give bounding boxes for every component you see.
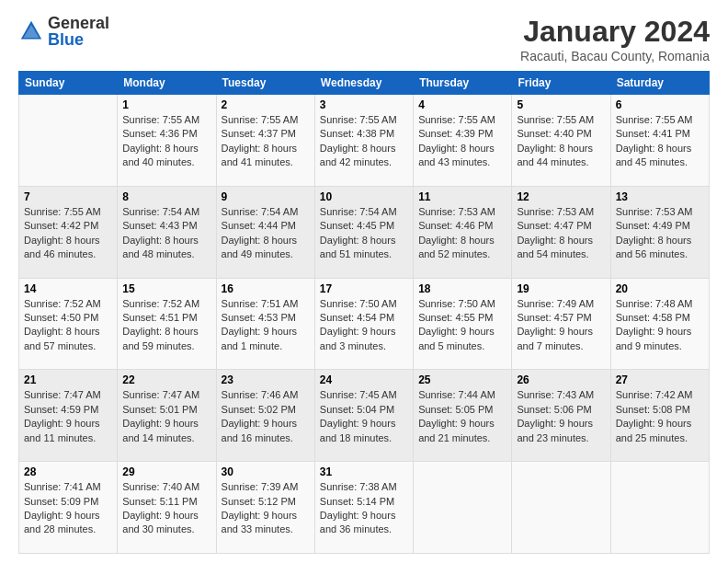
day-info: Sunrise: 7:53 AM Sunset: 4:46 PM Dayligh… (418, 205, 506, 262)
day-info: Sunrise: 7:43 AM Sunset: 5:06 PM Dayligh… (517, 388, 605, 445)
table-row: 12Sunrise: 7:53 AM Sunset: 4:47 PM Dayli… (512, 186, 610, 278)
day-number: 7 (24, 190, 112, 203)
day-number: 26 (517, 373, 605, 386)
day-number: 24 (320, 373, 408, 386)
table-row: 19Sunrise: 7:49 AM Sunset: 4:57 PM Dayli… (512, 278, 610, 370)
day-number: 23 (222, 373, 310, 386)
table-row: 1Sunrise: 7:55 AM Sunset: 4:36 PM Daylig… (118, 95, 216, 187)
day-number: 11 (418, 190, 506, 203)
col-saturday: Saturday (610, 72, 709, 95)
day-number: 27 (616, 373, 704, 386)
calendar-week-0: 1Sunrise: 7:55 AM Sunset: 4:36 PM Daylig… (19, 95, 710, 187)
day-info: Sunrise: 7:55 AM Sunset: 4:41 PM Dayligh… (616, 113, 704, 170)
day-number: 12 (517, 190, 605, 203)
table-row: 28Sunrise: 7:41 AM Sunset: 5:09 PM Dayli… (19, 462, 118, 554)
table-row: 22Sunrise: 7:47 AM Sunset: 5:01 PM Dayli… (118, 370, 216, 462)
day-number: 5 (517, 98, 605, 111)
table-row: 13Sunrise: 7:53 AM Sunset: 4:49 PM Dayli… (610, 186, 709, 278)
main-title: January 2024 (520, 15, 710, 49)
day-info: Sunrise: 7:55 AM Sunset: 4:38 PM Dayligh… (320, 113, 408, 170)
calendar-header-row: Sunday Monday Tuesday Wednesday Thursday… (19, 72, 710, 95)
table-row (414, 462, 512, 554)
table-row: 20Sunrise: 7:48 AM Sunset: 4:58 PM Dayli… (610, 278, 709, 370)
col-tuesday: Tuesday (216, 72, 314, 95)
table-row: 6Sunrise: 7:55 AM Sunset: 4:41 PM Daylig… (610, 95, 709, 187)
col-friday: Friday (512, 72, 610, 95)
table-row: 15Sunrise: 7:52 AM Sunset: 4:51 PM Dayli… (118, 278, 216, 370)
day-info: Sunrise: 7:46 AM Sunset: 5:02 PM Dayligh… (222, 388, 310, 445)
day-info: Sunrise: 7:52 AM Sunset: 4:50 PM Dayligh… (24, 297, 112, 354)
day-info: Sunrise: 7:55 AM Sunset: 4:40 PM Dayligh… (517, 113, 605, 170)
logo-text: General Blue (48, 15, 109, 48)
day-number: 16 (222, 282, 310, 295)
day-number: 4 (418, 98, 506, 111)
day-number: 9 (222, 190, 310, 203)
day-number: 6 (616, 98, 704, 111)
table-row: 9Sunrise: 7:54 AM Sunset: 4:44 PM Daylig… (216, 186, 314, 278)
table-row: 27Sunrise: 7:42 AM Sunset: 5:08 PM Dayli… (610, 370, 709, 462)
table-row: 2Sunrise: 7:55 AM Sunset: 4:37 PM Daylig… (216, 95, 314, 187)
day-info: Sunrise: 7:38 AM Sunset: 5:14 PM Dayligh… (320, 480, 408, 537)
table-row: 31Sunrise: 7:38 AM Sunset: 5:14 PM Dayli… (314, 462, 413, 554)
table-row: 3Sunrise: 7:55 AM Sunset: 4:38 PM Daylig… (314, 95, 413, 187)
day-number: 8 (122, 190, 210, 203)
day-number: 30 (222, 465, 310, 478)
day-info: Sunrise: 7:55 AM Sunset: 4:36 PM Dayligh… (122, 113, 210, 170)
table-row: 21Sunrise: 7:47 AM Sunset: 4:59 PM Dayli… (19, 370, 118, 462)
table-row: 29Sunrise: 7:40 AM Sunset: 5:11 PM Dayli… (118, 462, 216, 554)
table-row (610, 462, 709, 554)
day-number: 10 (320, 190, 408, 203)
table-row: 30Sunrise: 7:39 AM Sunset: 5:12 PM Dayli… (216, 462, 314, 554)
table-row: 8Sunrise: 7:54 AM Sunset: 4:43 PM Daylig… (118, 186, 216, 278)
table-row: 7Sunrise: 7:55 AM Sunset: 4:42 PM Daylig… (19, 186, 118, 278)
day-info: Sunrise: 7:55 AM Sunset: 4:42 PM Dayligh… (24, 205, 112, 262)
day-info: Sunrise: 7:49 AM Sunset: 4:57 PM Dayligh… (517, 297, 605, 354)
table-row: 11Sunrise: 7:53 AM Sunset: 4:46 PM Dayli… (414, 186, 512, 278)
header: General Blue January 2024 Racauti, Bacau… (18, 15, 710, 63)
day-info: Sunrise: 7:42 AM Sunset: 5:08 PM Dayligh… (616, 388, 704, 445)
col-thursday: Thursday (414, 72, 512, 95)
day-info: Sunrise: 7:45 AM Sunset: 5:04 PM Dayligh… (320, 388, 408, 445)
day-info: Sunrise: 7:47 AM Sunset: 5:01 PM Dayligh… (122, 388, 210, 445)
subtitle: Racauti, Bacau County, Romania (520, 49, 710, 63)
day-info: Sunrise: 7:53 AM Sunset: 4:49 PM Dayligh… (616, 205, 704, 262)
col-sunday: Sunday (19, 72, 118, 95)
day-number: 25 (418, 373, 506, 386)
day-number: 21 (24, 373, 112, 386)
day-info: Sunrise: 7:44 AM Sunset: 5:05 PM Dayligh… (418, 388, 506, 445)
day-number: 13 (616, 190, 704, 203)
logo: General Blue (18, 15, 109, 48)
calendar-week-2: 14Sunrise: 7:52 AM Sunset: 4:50 PM Dayli… (19, 278, 710, 370)
day-info: Sunrise: 7:54 AM Sunset: 4:43 PM Dayligh… (122, 205, 210, 262)
day-number: 31 (320, 465, 408, 478)
day-info: Sunrise: 7:50 AM Sunset: 4:55 PM Dayligh… (418, 297, 506, 354)
day-number: 3 (320, 98, 408, 111)
day-info: Sunrise: 7:54 AM Sunset: 4:44 PM Dayligh… (222, 205, 310, 262)
day-info: Sunrise: 7:40 AM Sunset: 5:11 PM Dayligh… (122, 480, 210, 537)
calendar-table: Sunday Monday Tuesday Wednesday Thursday… (18, 71, 710, 554)
day-info: Sunrise: 7:51 AM Sunset: 4:53 PM Dayligh… (222, 297, 310, 354)
table-row: 26Sunrise: 7:43 AM Sunset: 5:06 PM Dayli… (512, 370, 610, 462)
table-row: 5Sunrise: 7:55 AM Sunset: 4:40 PM Daylig… (512, 95, 610, 187)
day-number: 1 (122, 98, 210, 111)
col-wednesday: Wednesday (314, 72, 413, 95)
day-number: 18 (418, 282, 506, 295)
day-info: Sunrise: 7:47 AM Sunset: 4:59 PM Dayligh… (24, 388, 112, 445)
day-info: Sunrise: 7:55 AM Sunset: 4:39 PM Dayligh… (418, 113, 506, 170)
day-info: Sunrise: 7:41 AM Sunset: 5:09 PM Dayligh… (24, 480, 112, 537)
day-info: Sunrise: 7:39 AM Sunset: 5:12 PM Dayligh… (222, 480, 310, 537)
title-block: January 2024 Racauti, Bacau County, Roma… (520, 15, 710, 63)
day-number: 29 (122, 465, 210, 478)
table-row: 17Sunrise: 7:50 AM Sunset: 4:54 PM Dayli… (314, 278, 413, 370)
table-row: 24Sunrise: 7:45 AM Sunset: 5:04 PM Dayli… (314, 370, 413, 462)
calendar-week-3: 21Sunrise: 7:47 AM Sunset: 4:59 PM Dayli… (19, 370, 710, 462)
day-info: Sunrise: 7:48 AM Sunset: 4:58 PM Dayligh… (616, 297, 704, 354)
day-number: 22 (122, 373, 210, 386)
day-number: 2 (222, 98, 310, 111)
table-row: 23Sunrise: 7:46 AM Sunset: 5:02 PM Dayli… (216, 370, 314, 462)
table-row (512, 462, 610, 554)
table-row: 16Sunrise: 7:51 AM Sunset: 4:53 PM Dayli… (216, 278, 314, 370)
page: General Blue January 2024 Racauti, Bacau… (0, 0, 728, 563)
col-monday: Monday (118, 72, 216, 95)
table-row: 18Sunrise: 7:50 AM Sunset: 4:55 PM Dayli… (414, 278, 512, 370)
